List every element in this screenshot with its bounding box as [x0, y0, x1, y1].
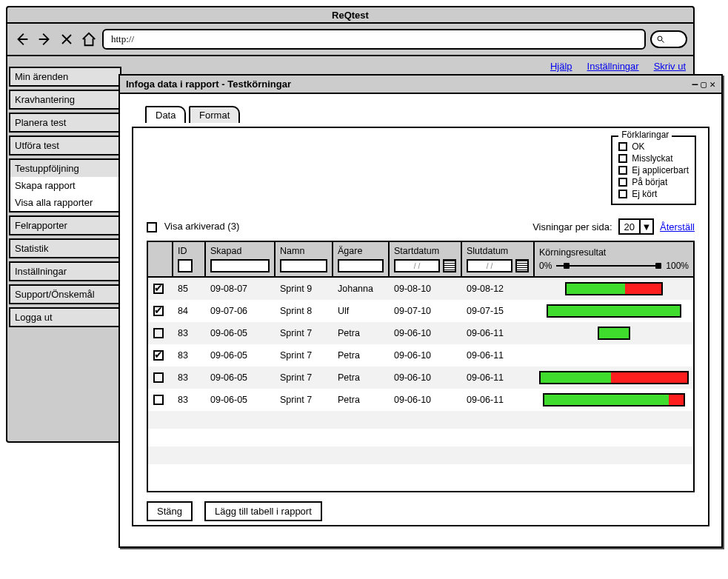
dialog-title-bar: Infoga data i rapport - Testkörningar – …: [120, 76, 721, 94]
nav-item[interactable]: Testuppföljning: [10, 160, 120, 177]
checkbox-icon: [618, 190, 627, 198]
col-slut: Slutdatum: [467, 246, 529, 256]
legend-item: OK: [618, 141, 689, 152]
reset-link[interactable]: Återställ: [660, 221, 695, 232]
row-checkbox[interactable]: [153, 306, 164, 316]
range-slider[interactable]: [556, 265, 661, 267]
calendar-icon[interactable]: [443, 259, 456, 272]
row-checkbox[interactable]: [153, 395, 164, 405]
dialog-title: Infoga data i rapport - Testkörningar: [126, 78, 291, 90]
back-icon[interactable]: [13, 30, 31, 48]
stop-icon[interactable]: [58, 30, 76, 48]
legend-item: Misslyckat: [618, 153, 689, 164]
checkbox-icon: [618, 142, 627, 151]
legend-item: Ej kört: [618, 189, 689, 199]
tab-panel: Förklaringar OKMisslyckatEj applicerbart…: [132, 127, 709, 526]
app-title-bar: ReQtest: [7, 7, 693, 24]
col-result: Körningsresultat: [539, 247, 689, 258]
filter-namn[interactable]: [280, 259, 327, 272]
tab-data[interactable]: Data: [145, 106, 186, 123]
nav-item[interactable]: Visa alla rapporter: [10, 194, 120, 211]
per-page-select[interactable]: 20 ▼: [618, 218, 654, 235]
dialog-buttons: Stäng Lägg till tabell i rapport: [147, 501, 695, 521]
filter-skapad[interactable]: [210, 259, 270, 272]
print-link[interactable]: Skriv ut: [654, 61, 686, 72]
nav-item[interactable]: Kravhantering: [10, 91, 120, 108]
url-input[interactable]: http://: [102, 29, 646, 50]
nav-item[interactable]: Support/Önskemål: [10, 286, 120, 303]
app-title: ReQtest: [332, 10, 369, 21]
tab-bar: Data Format: [145, 106, 709, 127]
nav-item[interactable]: Skapa rapport: [10, 177, 120, 194]
insert-data-dialog: Infoga data i rapport - Testkörningar – …: [118, 74, 723, 548]
legend-title: Förklaringar: [618, 130, 672, 140]
table-row: 8309-06-05Sprint 7Petra09-06-1009-06-11: [148, 367, 693, 389]
add-table-button[interactable]: Lägg till tabell i rapport: [204, 501, 322, 521]
minimize-icon[interactable]: –: [692, 78, 698, 90]
table-row: 8409-07-06Sprint 8Ulf09-07-1009-07-15: [148, 300, 693, 322]
browser-toolbar: http://: [7, 24, 693, 56]
filter-start-date[interactable]: / /: [394, 259, 440, 272]
forward-icon[interactable]: [36, 30, 53, 48]
filter-agare[interactable]: [338, 259, 384, 272]
col-namn: Namn: [280, 246, 327, 256]
calendar-icon[interactable]: [515, 259, 529, 272]
nav-item[interactable]: Inställningar: [10, 263, 120, 280]
filter-id[interactable]: [178, 259, 193, 272]
home-icon[interactable]: [80, 30, 98, 48]
per-page-label: Visningar per sida:: [532, 221, 612, 232]
row-checkbox[interactable]: [153, 284, 164, 294]
tab-format[interactable]: Format: [189, 106, 240, 123]
close-button[interactable]: Stäng: [147, 501, 193, 521]
svg-point-0: [658, 36, 662, 41]
settings-link[interactable]: Inställningar: [587, 61, 639, 72]
row-checkbox[interactable]: [153, 372, 164, 383]
search-pill[interactable]: [650, 30, 687, 48]
close-icon[interactable]: ✕: [709, 78, 715, 90]
grid-header: ID Skapad Namn Ägare: [148, 242, 693, 278]
col-agare: Ägare: [338, 246, 384, 256]
window-controls: – ▢ ✕: [692, 78, 715, 90]
col-skapad: Skapad: [210, 246, 270, 256]
checkbox-icon: [618, 166, 627, 175]
checkbox-icon: [618, 178, 627, 187]
controls-row: Visa arkiverad (3) Visningar per sida: 2…: [147, 218, 695, 235]
col-start: Startdatum: [394, 246, 456, 256]
table-row: 8309-06-05Sprint 7Petra09-06-1009-06-11: [148, 344, 693, 367]
nav-item[interactable]: Statistik: [10, 240, 120, 257]
help-link[interactable]: Hjälp: [550, 61, 572, 72]
chevron-down-icon: ▼: [639, 220, 652, 233]
left-nav: Min ärendenKravhanteringPlanera testUtfö…: [9, 67, 121, 330]
legend-item: Ej applicerbart: [618, 165, 689, 175]
data-grid: ID Skapad Namn Ägare: [147, 241, 695, 492]
table-row: 8509-08-07Sprint 9Johanna09-08-1009-08-1…: [148, 278, 693, 300]
table-row: 8309-06-05Sprint 7Petra09-06-1009-06-11: [148, 322, 693, 344]
maximize-icon[interactable]: ▢: [701, 78, 707, 90]
filter-end-date[interactable]: / /: [467, 259, 512, 272]
show-archived-checkbox[interactable]: Visa arkiverad (3): [147, 221, 239, 232]
top-links: Hjälp Inställningar Skriv ut: [550, 61, 686, 72]
legend-box: Förklaringar OKMisslyckatEj applicerbart…: [611, 135, 696, 205]
checkbox-icon: [147, 222, 157, 232]
nav-item[interactable]: Felrapporter: [10, 217, 120, 234]
nav-item[interactable]: Utföra test: [10, 137, 120, 154]
nav-item[interactable]: Min ärenden: [10, 68, 120, 85]
nav-item[interactable]: Logga ut: [10, 309, 120, 326]
range-high: 100%: [666, 261, 689, 271]
row-checkbox[interactable]: [153, 328, 164, 338]
nav-item[interactable]: Planera test: [10, 114, 120, 131]
checkbox-icon: [618, 154, 627, 163]
col-id: ID: [178, 246, 200, 256]
table-row: 8309-06-05Sprint 7Petra09-06-1009-06-11: [148, 389, 693, 411]
range-low: 0%: [539, 261, 552, 271]
legend-item: På börjat: [618, 177, 689, 187]
row-checkbox[interactable]: [153, 350, 164, 361]
